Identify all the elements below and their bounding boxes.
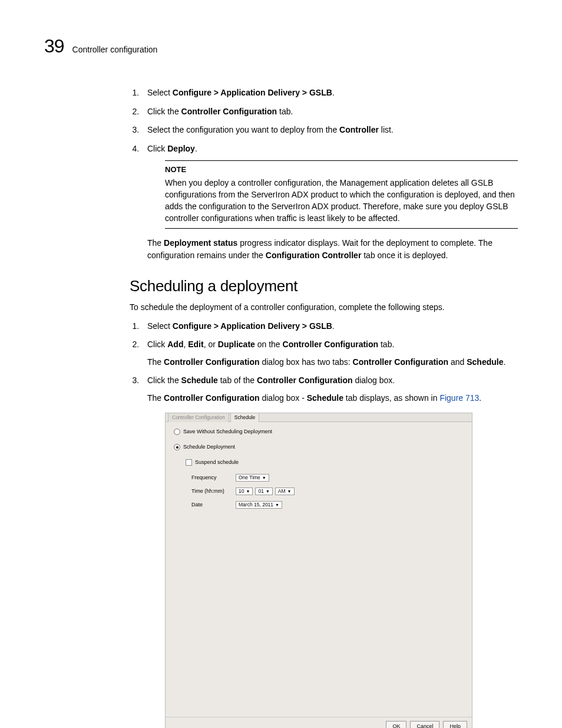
- sub-paragraph: The Controller Configuration dialog box …: [147, 392, 518, 404]
- chevron-down-icon: ▼: [262, 476, 266, 480]
- field-frequency: Frequency One Time ▼: [191, 474, 465, 482]
- tab-name: Schedule: [307, 393, 343, 403]
- dropdown-value: March 15, 2011: [239, 501, 273, 509]
- text: The: [147, 357, 164, 367]
- note-title: NOTE: [165, 164, 518, 176]
- text: dialog box -: [260, 393, 307, 403]
- tab-name: Configuration Controller: [266, 251, 362, 260]
- step-1: Select Configure > Application Delivery …: [141, 87, 518, 100]
- tab-controller-configuration[interactable]: Controller Configuration: [168, 413, 229, 422]
- tab-name: Controller Configuration: [181, 107, 277, 116]
- after-note-paragraph: The Deployment status progress indicator…: [147, 237, 518, 262]
- text: dialog box has two tabs:: [260, 357, 353, 367]
- field-date: Date March 15, 2011 ▼: [191, 501, 465, 509]
- list-name: Controller: [339, 125, 379, 134]
- frequency-dropdown[interactable]: One Time ▼: [236, 474, 269, 482]
- radio-label: Schedule Deployment: [183, 443, 235, 452]
- time-hour-dropdown[interactable]: 10 ▼: [236, 487, 253, 495]
- dialog-tabs: Controller Configuration Schedule: [166, 413, 472, 422]
- step-b2: Click Add, Edit, or Duplicate on the Con…: [141, 338, 518, 368]
- radio-label: Save Without Scheduling Deployment: [183, 428, 272, 436]
- dialog-name: Controller Configuration: [257, 375, 353, 385]
- button-name: Deploy: [167, 144, 195, 153]
- text: Click: [147, 340, 167, 349]
- dialog-name: Controller Configuration: [164, 357, 260, 367]
- dialog-name: Controller Configuration: [164, 393, 260, 403]
- step-b1: Select Configure > Application Delivery …: [141, 320, 518, 333]
- text: .: [479, 393, 481, 403]
- tab-name: Schedule: [181, 375, 218, 385]
- radio-save-without-scheduling[interactable]: Save Without Scheduling Deployment: [174, 428, 465, 436]
- button-name: Add: [167, 340, 183, 349]
- step-text: Click: [147, 144, 167, 153]
- text: dialog box.: [353, 375, 395, 385]
- deploy-steps-list: Select Configure > Application Delivery …: [130, 87, 518, 262]
- cancel-button[interactable]: Cancel: [410, 721, 439, 728]
- time-ampm-dropdown[interactable]: AM ▼: [275, 487, 295, 495]
- field-label: Date: [191, 501, 236, 509]
- time-minute-dropdown[interactable]: 01 ▼: [255, 487, 272, 495]
- dropdown-value: One Time: [239, 474, 260, 482]
- chevron-down-icon: ▼: [275, 503, 279, 507]
- step-text: .: [332, 88, 335, 97]
- field-label: Frequency: [191, 474, 236, 482]
- step-4: Click Deploy. NOTE When you deploy a con…: [141, 143, 518, 262]
- text: The: [147, 238, 164, 248]
- sub-paragraph: The Controller Configuration dialog box …: [147, 356, 518, 368]
- tab-name: Controller Configuration: [283, 340, 379, 349]
- text: on the: [255, 340, 283, 349]
- text: tab.: [378, 340, 394, 349]
- text: tab displays, as shown in: [343, 393, 439, 403]
- radio-schedule-deployment[interactable]: Schedule Deployment: [174, 443, 465, 452]
- tab-name: Controller Configuration: [353, 357, 449, 367]
- checkbox-suspend-schedule[interactable]: Suspend schedule: [186, 459, 465, 467]
- tab-name: Schedule: [467, 357, 503, 367]
- field-label: Time (hh:mm): [191, 487, 236, 496]
- chevron-down-icon: ▼: [287, 489, 292, 493]
- text: tab once it is deployed.: [361, 251, 448, 260]
- menu-path: Configure > Application Delivery > GSLB: [173, 88, 332, 97]
- step-2: Click the Controller Configuration tab.: [141, 106, 518, 118]
- radio-icon: [174, 429, 180, 435]
- figure-link[interactable]: Figure 713: [439, 393, 479, 403]
- text: and: [448, 357, 467, 367]
- section-label: Controller configuration: [72, 45, 158, 54]
- menu-path: Configure > Application Delivery > GSLB: [173, 321, 332, 331]
- step-text: Select: [147, 88, 173, 97]
- text: .: [332, 321, 335, 331]
- dropdown-value: AM: [278, 487, 286, 495]
- intro-paragraph: To schedule the deployment of a controll…: [130, 302, 518, 312]
- text: Select: [147, 321, 173, 331]
- text: .: [504, 357, 506, 367]
- controller-config-dialog: Controller Configuration Schedule Save W…: [165, 413, 472, 728]
- figure-container: Controller Configuration Schedule Save W…: [165, 413, 518, 728]
- page-header: 39 Controller configuration: [44, 35, 518, 57]
- text: Click the: [147, 375, 181, 385]
- radio-icon: [174, 444, 180, 450]
- dialog-body: Save Without Scheduling Deployment Sched…: [166, 422, 472, 717]
- chevron-down-icon: ▼: [266, 489, 270, 493]
- date-dropdown[interactable]: March 15, 2011 ▼: [236, 501, 282, 509]
- step-text: Click the: [147, 107, 181, 116]
- page-number: 39: [44, 35, 64, 57]
- text: tab of the: [218, 375, 257, 385]
- button-name: Duplicate: [218, 340, 255, 349]
- dropdown-value: 01: [258, 487, 263, 495]
- field-time: Time (hh:mm) 10 ▼ 01 ▼ AM: [191, 487, 465, 496]
- status-name: Deployment status: [164, 238, 237, 248]
- tab-schedule[interactable]: Schedule: [230, 413, 259, 422]
- dropdown-value: 10: [239, 487, 244, 495]
- checkbox-label: Suspend schedule: [195, 459, 239, 467]
- text: The: [147, 393, 164, 403]
- ok-button[interactable]: OK: [386, 721, 406, 728]
- step-text: list.: [379, 125, 394, 134]
- step-3: Select the configuration you want to dep…: [141, 124, 518, 137]
- help-button[interactable]: Help: [443, 721, 467, 728]
- note-body: When you deploy a controller configurati…: [165, 177, 518, 225]
- step-text: Select the configuration you want to dep…: [147, 125, 339, 134]
- text: , or: [204, 340, 218, 349]
- checkbox-icon: [186, 459, 192, 466]
- schedule-steps-list: Select Configure > Application Delivery …: [130, 320, 518, 728]
- step-text: tab.: [277, 107, 293, 116]
- note-box: NOTE When you deploy a controller config…: [165, 160, 518, 229]
